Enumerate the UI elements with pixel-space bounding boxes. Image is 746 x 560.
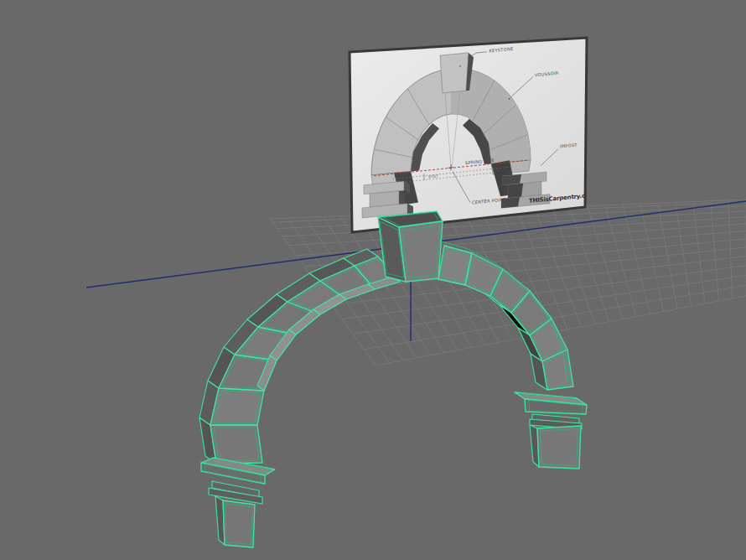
viewport[interactable]: KEYSTONE VOUSSOIR IMPOST SPRING LINE STI… <box>0 0 746 560</box>
post-front-face[interactable] <box>223 500 255 547</box>
post-front-face[interactable] <box>537 426 581 469</box>
keystone-block[interactable] <box>378 211 443 282</box>
diagram-keystone <box>440 53 469 93</box>
voussoir-block[interactable] <box>210 388 264 425</box>
keystone-front-face[interactable] <box>399 221 443 282</box>
viewport-canvas[interactable]: KEYSTONE VOUSSOIR IMPOST SPRING LINE STI… <box>0 0 746 560</box>
reference-image-plane[interactable]: KEYSTONE VOUSSOIR IMPOST SPRING LINE STI… <box>350 38 595 232</box>
